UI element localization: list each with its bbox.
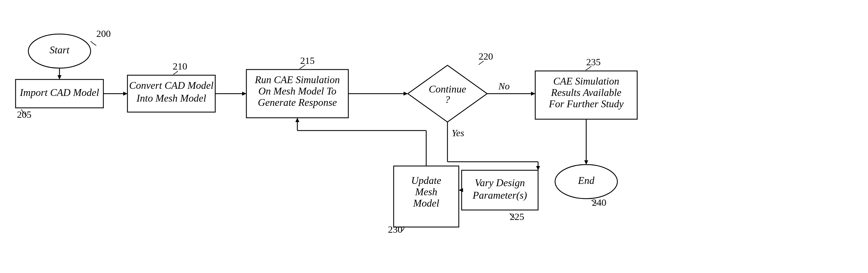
ref-240: 240 <box>592 197 606 208</box>
continue-line1: Continue <box>429 83 466 95</box>
ref-215: 215 <box>300 55 315 66</box>
ref-225: 225 <box>510 212 524 222</box>
results-line3: For Further Study <box>549 98 624 110</box>
end-label: End <box>578 175 595 186</box>
ref-235: 235 <box>586 57 601 67</box>
start-label: Start <box>50 44 70 56</box>
continue-line2: ? <box>445 94 450 105</box>
results-line2: Results Available <box>551 87 621 98</box>
ref-230: 230 <box>388 224 402 235</box>
run-line2: On Mesh Model To <box>258 85 336 97</box>
ref-205: 205 <box>17 109 31 120</box>
ref-220: 220 <box>478 51 493 61</box>
diagram-container: Start 200 Import CAD Model 205 Convert C… <box>0 0 868 273</box>
yes-label: Yes <box>452 128 464 138</box>
update-line3: Model <box>413 197 439 209</box>
convert-line1: Convert CAD Model <box>129 80 214 91</box>
flowchart-svg: Start 200 Import CAD Model 205 Convert C… <box>0 0 868 273</box>
ref-210: 210 <box>173 61 187 72</box>
results-line1: CAE Simulation <box>553 76 619 87</box>
import-cad-label: Import CAD Model <box>20 87 99 98</box>
vary-line1: Vary Design <box>475 177 525 188</box>
vary-line2: Parameter(s) <box>472 190 527 201</box>
update-line2: Mesh <box>415 186 437 197</box>
no-label: No <box>498 81 510 91</box>
run-line1: Run CAE Simulation <box>255 74 340 85</box>
update-line1: Update <box>411 175 441 186</box>
convert-line2: Into Mesh Model <box>136 92 206 104</box>
svg-rect-0 <box>0 0 868 273</box>
ref-200: 200 <box>96 28 111 39</box>
run-line3: Generate Response <box>258 97 337 108</box>
